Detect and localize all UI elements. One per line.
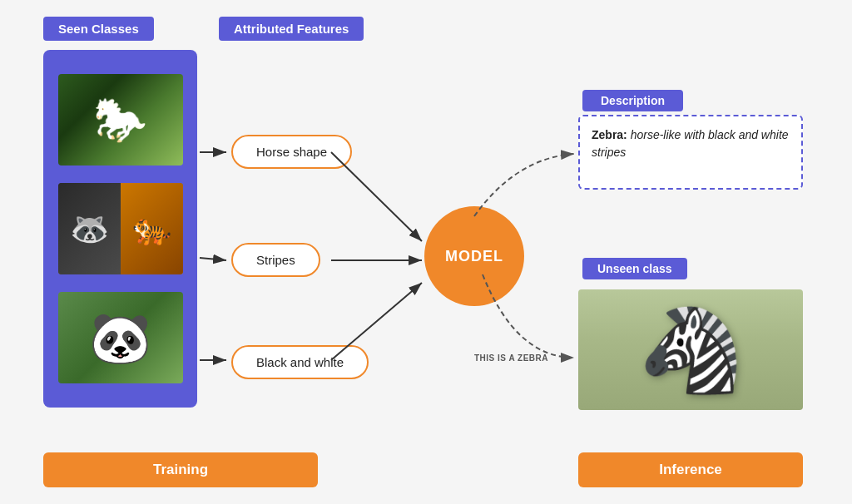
inference-bar: Inference bbox=[578, 452, 803, 487]
seen-classes-panel bbox=[43, 50, 197, 408]
horse-image bbox=[58, 74, 183, 166]
model-circle: MODEL bbox=[424, 206, 524, 306]
training-bar: Training bbox=[43, 452, 318, 487]
description-box: Zebra: horse-like with black and white s… bbox=[578, 115, 803, 190]
lemur-tiger-image bbox=[58, 183, 183, 274]
description-zebra-bold: Zebra: bbox=[592, 128, 627, 141]
feature-box-stripes: Stripes bbox=[231, 243, 320, 277]
description-label: Description bbox=[582, 90, 683, 111]
panda-image bbox=[58, 292, 183, 383]
attributed-features-label: Attributed Features bbox=[219, 17, 364, 41]
svg-line-3 bbox=[200, 258, 226, 260]
feature-box-horse: Horse shape bbox=[231, 135, 352, 169]
unseen-class-label: Unseen class bbox=[582, 258, 687, 279]
zebra-image bbox=[578, 289, 803, 410]
lemur-part bbox=[58, 183, 121, 274]
feature-box-bw: Black and white bbox=[231, 345, 369, 379]
tiger-part bbox=[121, 183, 183, 274]
main-container: Seen Classes Attributed Features Horse s… bbox=[0, 0, 852, 504]
zebra-annotation-label: THIS IS A ZEBRA bbox=[474, 353, 548, 363]
seen-classes-label: Seen Classes bbox=[43, 17, 154, 41]
